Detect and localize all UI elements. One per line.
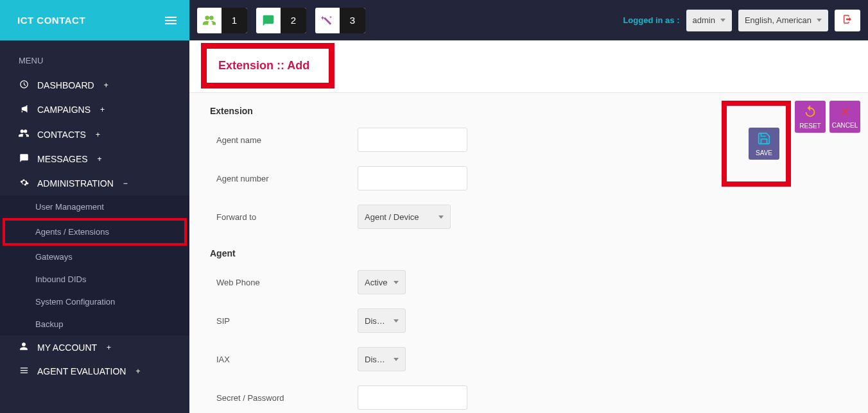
label-web-phone: Web Phone [210, 278, 358, 287]
nav-administration[interactable]: ADMINISTRATION − [0, 171, 189, 196]
list-icon [19, 366, 29, 377]
user-select[interactable]: admin [686, 10, 732, 31]
plus-icon: + [96, 130, 100, 139]
reset-button[interactable]: RESET [795, 101, 826, 133]
nav-contacts[interactable]: CONTACTS + [0, 122, 189, 147]
label-iax: IAX [210, 355, 358, 364]
cancel-button[interactable]: CANCEL [829, 101, 860, 133]
brand-title: ICT CONTACT [17, 15, 85, 26]
language-select-value: English, American [745, 15, 812, 25]
wand-icon [315, 8, 340, 33]
sidebar-item-agents-extensions[interactable]: Agents / Extensions [5, 221, 184, 243]
brand: ICT CONTACT [0, 0, 189, 40]
nav-messages[interactable]: MESSAGES + [0, 147, 189, 171]
nav-contacts-label: CONTACTS [37, 130, 86, 140]
label-forward-to: Forward to [210, 212, 358, 222]
caret-down-icon [720, 19, 725, 22]
admin-submenu: User Management Agents / Extensions Gate… [0, 196, 189, 335]
save-icon [757, 131, 771, 148]
section-agent: Agent [210, 248, 852, 258]
nav-agent-evaluation[interactable]: AGENT EVALUATION + [0, 359, 189, 384]
close-icon [838, 105, 851, 120]
cancel-label: CANCEL [832, 122, 858, 129]
stat-magic[interactable]: 3 [315, 8, 365, 33]
page: Extension :: Add SAVE [189, 40, 868, 413]
select-iax[interactable]: Disabled [358, 347, 406, 371]
save-highlight: SAVE [722, 101, 791, 187]
gauge-icon [19, 80, 29, 91]
nav-campaigns[interactable]: CAMPAIGNS + [0, 97, 189, 122]
sidebar-item-inbound-dids[interactable]: Inbound DIDs [0, 268, 189, 291]
nav-administration-label: ADMINISTRATION [37, 178, 114, 189]
stat-magic-count: 3 [340, 8, 365, 33]
label-secret: Secret / Password [210, 393, 358, 403]
select-sip[interactable]: Disabled [358, 308, 406, 333]
plus-icon: + [104, 81, 108, 90]
bullhorn-icon [19, 104, 29, 115]
users-icon [19, 128, 29, 140]
undo-icon [803, 105, 817, 121]
sidebar-item-user-management[interactable]: User Management [0, 196, 189, 218]
topbar: 1 2 3 Logged in as : admin [189, 0, 868, 40]
sidebar-item-backup[interactable]: Backup [0, 313, 189, 335]
plus-icon: + [135, 367, 140, 376]
sidebar-item-gateways[interactable]: Gateways [0, 246, 189, 268]
select-iax-value: Disabled [365, 355, 388, 364]
stat-chat-count: 2 [281, 8, 306, 33]
select-web-phone-value: Active [365, 278, 387, 287]
plus-icon: + [107, 343, 111, 352]
nav-campaigns-label: CAMPAIGNS [37, 105, 91, 115]
menu-toggle-icon[interactable] [165, 17, 177, 24]
input-secret[interactable] [358, 385, 467, 410]
page-title-highlight: Extension :: Add [201, 43, 334, 88]
logout-icon [842, 14, 853, 27]
select-forward-to-value: Agent / Device [365, 212, 419, 222]
users-icon [197, 8, 221, 33]
nav-messages-label: MESSAGES [37, 154, 88, 164]
input-agent-name[interactable] [358, 128, 467, 152]
caret-down-icon [394, 319, 399, 323]
plus-icon: + [100, 105, 105, 114]
caret-down-icon [438, 215, 444, 219]
plus-icon: + [98, 155, 102, 164]
chat-icon [19, 153, 29, 165]
save-button[interactable]: SAVE [749, 128, 779, 160]
cogs-icon [19, 178, 29, 189]
page-title: Extension :: Add [207, 49, 329, 83]
save-label: SAVE [756, 149, 772, 156]
select-web-phone[interactable]: Active [358, 270, 406, 294]
menu-heading: MENU [0, 40, 189, 73]
caret-down-icon [817, 19, 822, 22]
language-select[interactable]: English, American [738, 10, 828, 31]
stat-users[interactable]: 1 [197, 8, 247, 33]
nav-dashboard[interactable]: DASHBOARD + [0, 73, 189, 97]
user-select-value: admin [693, 15, 715, 25]
content-card: SAVE RESET CANCEL [189, 92, 868, 413]
label-sip: SIP [210, 316, 358, 326]
input-agent-number[interactable] [358, 166, 467, 190]
sidebar: ICT CONTACT MENU DASHBOARD + CAMPAIGNS + [0, 0, 189, 413]
nav-agent-evaluation-label: AGENT EVALUATION [37, 366, 126, 376]
stat-users-count: 1 [221, 8, 247, 33]
logged-in-label: Logged in as : [623, 15, 679, 25]
caret-down-icon [394, 281, 399, 284]
sidebar-item-system-configuration[interactable]: System Configuration [0, 291, 189, 313]
nav-myaccount[interactable]: MY ACCOUNT + [0, 335, 189, 359]
select-forward-to[interactable]: Agent / Device [358, 205, 451, 229]
stat-chat[interactable]: 2 [256, 8, 306, 33]
label-agent-number: Agent number [210, 174, 358, 183]
nav-myaccount-label: MY ACCOUNT [37, 342, 97, 353]
main-nav: DASHBOARD + CAMPAIGNS + CONTACTS + [0, 73, 189, 384]
action-row: SAVE RESET CANCEL [722, 101, 860, 187]
logout-button[interactable] [835, 10, 860, 31]
label-agent-name: Agent name [210, 135, 358, 145]
user-icon [19, 342, 29, 353]
caret-down-icon [394, 358, 399, 361]
select-sip-value: Disabled [365, 316, 388, 326]
chat-icon [256, 8, 281, 33]
minus-icon: − [123, 179, 128, 188]
reset-label: RESET [799, 122, 820, 130]
nav-dashboard-label: DASHBOARD [37, 80, 94, 90]
